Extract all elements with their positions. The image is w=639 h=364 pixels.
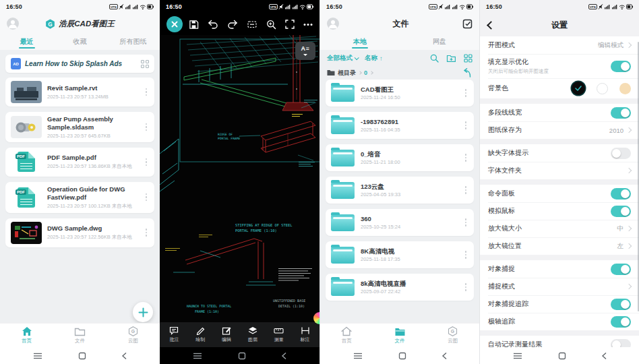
tab-all-drawings[interactable]: 所有图纸 [106, 34, 160, 50]
more-icon[interactable] [463, 121, 468, 129]
tool-annotate[interactable]: 批注 [161, 326, 187, 343]
back-button[interactable] [121, 352, 127, 360]
nav-files[interactable]: 文件 [53, 324, 106, 347]
fullscreen-icon[interactable] [285, 20, 295, 29]
setting-open-mode[interactable]: 开图模式 编辑模式 [480, 36, 639, 54]
tool-edit[interactable]: 编辑 [214, 326, 240, 343]
tool-layers[interactable]: 图层 [239, 326, 266, 343]
tab-netdisk[interactable]: 网盘 [400, 34, 479, 50]
setting-magnifier-size[interactable]: 放大镜大小 中 [480, 220, 639, 237]
folder-item[interactable]: 8k高清电视直播 2025-09-07 22:42 [326, 274, 474, 301]
layout-grid-icon[interactable] [141, 60, 149, 68]
setting-snap-mode[interactable]: 捕捉模式 [480, 278, 639, 295]
redo-icon[interactable] [227, 20, 238, 29]
toggle[interactable] [611, 148, 631, 159]
sort-control[interactable]: 名称↑ [365, 54, 383, 63]
swatch-white[interactable] [597, 83, 608, 94]
cad-canvas[interactable]: RIDGE OF PORTAL FRAME STIFFING AT RIDGE … [160, 35, 320, 322]
multiselect-icon[interactable] [462, 19, 473, 29]
back-button[interactable] [281, 352, 287, 360]
file-item[interactable]: DWG Sample.dwg 2025-11-23 20:57 122.56KB… [5, 218, 154, 247]
setting-simulated-mouse[interactable]: 模拟鼠标 [480, 202, 639, 220]
more-icon[interactable] [463, 251, 468, 259]
setting-magnifier-position[interactable]: 放大镜位置 左 [480, 237, 639, 255]
setting-fill-optimization[interactable]: 填充显示优化 关闭后可能会影响开图速度 [480, 54, 639, 78]
folder-item[interactable]: 0_培音 2025-11-21 18:00 [326, 144, 474, 171]
menu-button[interactable] [32, 352, 43, 360]
tool-measure[interactable]: 测量 [266, 326, 292, 343]
color-wheel-icon[interactable] [313, 312, 320, 324]
close-button[interactable] [166, 16, 183, 32]
more-icon[interactable] [144, 88, 149, 96]
back-button[interactable] [601, 352, 607, 360]
home-button[interactable] [398, 352, 406, 360]
more-icon[interactable] [144, 158, 149, 166]
more-icon[interactable] [463, 186, 468, 194]
nav-cloud[interactable]: G 云图 [106, 324, 160, 347]
new-folder-icon[interactable] [446, 54, 456, 63]
more-icon[interactable] [144, 229, 149, 237]
avatar[interactable] [327, 18, 339, 30]
nav-files[interactable]: 文件 [373, 324, 427, 347]
more-icon[interactable] [303, 23, 313, 26]
tab-favorites[interactable]: 收藏 [53, 34, 106, 50]
search-icon[interactable] [430, 54, 439, 63]
toggle[interactable] [611, 188, 631, 200]
tool-dimension[interactable]: 标注 [292, 326, 318, 343]
fit-screen-icon[interactable] [247, 20, 257, 29]
setting-polyline-width[interactable]: 多段线线宽 [480, 104, 639, 121]
setting-font-folder[interactable]: 字体文件夹 [480, 162, 639, 179]
home-button[interactable] [558, 352, 566, 360]
more-icon[interactable] [144, 123, 149, 131]
zoom-search-icon[interactable] [266, 20, 276, 30]
folder-item[interactable]: -1983762891 2025-11-16 04:35 [326, 112, 474, 139]
setting-command-panel[interactable]: 命令面板 [480, 185, 639, 202]
tab-recent[interactable]: 最近 [0, 34, 53, 50]
folder-item[interactable]: 123云盘 2025-04-05 19:33 [326, 177, 474, 204]
more-icon[interactable] [144, 193, 149, 202]
toggle[interactable] [611, 316, 631, 328]
grid-view-icon[interactable] [464, 54, 473, 63]
setting-missing-font[interactable]: 缺失字体提示 [480, 144, 639, 162]
nav-home[interactable]: 首页 [320, 324, 373, 347]
add-button[interactable] [133, 302, 153, 322]
file-item[interactable]: Gear Pump Assembly Sample.sldasm 2025-11… [5, 112, 154, 142]
avatar[interactable] [7, 18, 19, 30]
format-filter[interactable]: 全部格式 [327, 54, 358, 63]
setting-object-snap-tracking[interactable]: 对象捕捉追踪 [480, 295, 639, 313]
menu-button[interactable] [512, 352, 523, 360]
more-icon[interactable] [463, 89, 468, 97]
breadcrumb-current[interactable]: 0 [364, 69, 367, 76]
nav-home[interactable]: 首页 [0, 324, 53, 347]
more-icon[interactable] [463, 154, 468, 162]
toggle[interactable] [611, 61, 631, 72]
breadcrumb-root[interactable]: 根目录 [338, 69, 356, 78]
swatch-beige[interactable] [619, 83, 631, 94]
setting-object-snap[interactable]: 对象捕捉 [480, 260, 639, 278]
menu-button[interactable] [353, 352, 363, 360]
promo-banner[interactable]: AD Learn How to Skip Splash Ads [5, 55, 154, 73]
text-style-dropdown[interactable]: A≡ [295, 42, 315, 60]
toggle[interactable] [611, 264, 631, 275]
toggle[interactable] [611, 206, 631, 217]
more-icon[interactable] [463, 283, 468, 291]
folder-item[interactable]: CAD看图王 2025-11-24 16:50 [326, 80, 474, 107]
menu-button[interactable] [192, 352, 203, 360]
home-button[interactable] [238, 352, 246, 360]
more-icon[interactable] [463, 218, 468, 226]
save-icon[interactable] [189, 20, 199, 30]
setting-polar-tracking[interactable]: 极轴追踪 [480, 313, 639, 330]
toggle[interactable] [611, 299, 631, 310]
home-button[interactable] [78, 352, 86, 360]
folder-item[interactable]: 8K高清电视 2025-11-18 17:35 [326, 241, 474, 268]
undo-icon[interactable] [208, 20, 218, 29]
swatch-black-selected[interactable] [572, 82, 585, 95]
back-button[interactable] [442, 352, 448, 360]
toggle[interactable] [611, 107, 631, 119]
file-item[interactable]: Revit Sample.rvt 2025-11-23 20:57 13.24M… [5, 78, 154, 107]
up-level-icon[interactable] [462, 68, 473, 78]
setting-save-as[interactable]: 图纸保存为 2010 [480, 121, 639, 139]
tool-draw[interactable]: 绘制 [187, 326, 214, 343]
file-item[interactable]: PDF Operation Guide for DWG FastView.pdf… [5, 182, 154, 213]
folder-item[interactable]: 360 2025-10-25 15:24 [326, 209, 474, 236]
